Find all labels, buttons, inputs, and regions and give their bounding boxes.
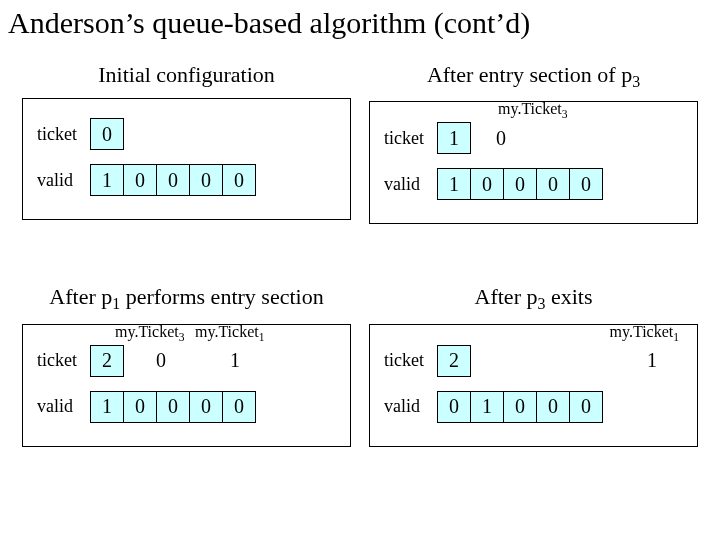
box-after-p1-entry: my.Ticket3 my.Ticket1 ticket 2 0 1 valid… bbox=[22, 324, 351, 447]
caption-sub: 3 bbox=[632, 73, 640, 90]
annot-sub: 3 bbox=[562, 109, 568, 121]
valid-cell: 1 bbox=[90, 164, 124, 196]
ticket-cell: 2 bbox=[90, 345, 124, 377]
myticket1-value: 1 bbox=[198, 347, 272, 375]
valid-label: valid bbox=[384, 396, 438, 417]
valid-cell: 0 bbox=[536, 391, 570, 423]
ticket-cell: 2 bbox=[437, 345, 471, 377]
annot-myticket3: my.Ticket3 bbox=[498, 100, 567, 120]
caption-text: performs entry section bbox=[120, 284, 323, 309]
valid-row: valid 0 1 0 0 0 bbox=[384, 391, 683, 423]
caption-after-p1-entry: After p1 performs entry section bbox=[22, 284, 351, 313]
valid-cell: 0 bbox=[503, 168, 537, 200]
panel-initial: Initial configuration ticket 0 valid 1 0… bbox=[22, 62, 351, 224]
ticket-label: ticket bbox=[37, 124, 91, 145]
valid-cell: 0 bbox=[189, 164, 223, 196]
valid-cell: 0 bbox=[536, 168, 570, 200]
page-title: Anderson’s queue-based algorithm (cont’d… bbox=[0, 0, 720, 44]
diagram-grid: Initial configuration ticket 0 valid 1 0… bbox=[0, 44, 720, 447]
caption-after-p3-exit: After p3 exits bbox=[369, 284, 698, 313]
caption-text: exits bbox=[545, 284, 592, 309]
valid-cell: 0 bbox=[437, 391, 471, 423]
annot-sub: 3 bbox=[179, 331, 185, 343]
valid-row: valid 1 0 0 0 0 bbox=[37, 164, 336, 196]
valid-label: valid bbox=[37, 396, 91, 417]
valid-cell: 0 bbox=[470, 168, 504, 200]
caption-text: After p bbox=[49, 284, 112, 309]
annot-text: my.Ticket bbox=[610, 323, 674, 340]
valid-cell: 1 bbox=[90, 391, 124, 423]
valid-cell: 0 bbox=[569, 168, 603, 200]
valid-cell: 0 bbox=[222, 164, 256, 196]
ticket-cell: 0 bbox=[90, 118, 124, 150]
valid-cell: 0 bbox=[156, 164, 190, 196]
myticket1-value: 1 bbox=[627, 347, 677, 375]
annot-text: my.Ticket bbox=[115, 323, 179, 340]
valid-label: valid bbox=[384, 174, 438, 195]
ticket-row: ticket 2 0 1 bbox=[37, 345, 336, 377]
box-after-p3-exit: my.Ticket1 ticket 2 1 valid 0 1 0 0 0 bbox=[369, 324, 698, 447]
ticket-label: ticket bbox=[384, 350, 438, 371]
panel-after-p3-entry: After entry section of p3 my.Ticket3 tic… bbox=[369, 62, 698, 224]
ticket-row: ticket 1 0 bbox=[384, 122, 683, 154]
caption-sub: 1 bbox=[112, 296, 120, 313]
valid-label: valid bbox=[37, 170, 91, 191]
valid-cell: 0 bbox=[189, 391, 223, 423]
valid-cell: 0 bbox=[123, 164, 157, 196]
caption-after-p3-entry: After entry section of p3 bbox=[369, 62, 698, 91]
valid-cell: 0 bbox=[123, 391, 157, 423]
annot-sub: 1 bbox=[673, 331, 679, 343]
annot-myticket1: my.Ticket1 bbox=[195, 323, 264, 343]
annot-sub: 1 bbox=[259, 331, 265, 343]
ticket-label: ticket bbox=[384, 128, 438, 149]
valid-row: valid 1 0 0 0 0 bbox=[37, 391, 336, 423]
box-initial: ticket 0 valid 1 0 0 0 0 bbox=[22, 98, 351, 220]
annot-myticket1: my.Ticket1 bbox=[610, 323, 679, 343]
caption-text: After entry section of p bbox=[427, 62, 632, 87]
myticket3-value: 0 bbox=[124, 347, 198, 375]
valid-cell: 1 bbox=[470, 391, 504, 423]
ticket-cell: 1 bbox=[437, 122, 471, 154]
ticket-label: ticket bbox=[37, 350, 91, 371]
caption-initial: Initial configuration bbox=[22, 62, 351, 88]
ticket-row: ticket 2 1 bbox=[384, 345, 683, 377]
valid-cell: 1 bbox=[437, 168, 471, 200]
panel-after-p1-entry: After p1 performs entry section my.Ticke… bbox=[22, 284, 351, 446]
caption-text: After p bbox=[475, 284, 538, 309]
myticket-value: 0 bbox=[471, 124, 531, 152]
box-after-p3-entry: my.Ticket3 ticket 1 0 valid 1 0 0 0 0 bbox=[369, 101, 698, 224]
ticket-row: ticket 0 bbox=[37, 118, 336, 150]
valid-cell: 0 bbox=[569, 391, 603, 423]
annot-myticket3: my.Ticket3 bbox=[115, 323, 184, 343]
valid-cell: 0 bbox=[156, 391, 190, 423]
valid-cell: 0 bbox=[503, 391, 537, 423]
panel-after-p3-exit: After p3 exits my.Ticket1 ticket 2 1 val… bbox=[369, 284, 698, 446]
valid-cell: 0 bbox=[222, 391, 256, 423]
valid-row: valid 1 0 0 0 0 bbox=[384, 168, 683, 200]
annot-text: my.Ticket bbox=[498, 100, 562, 117]
annot-text: my.Ticket bbox=[195, 323, 259, 340]
